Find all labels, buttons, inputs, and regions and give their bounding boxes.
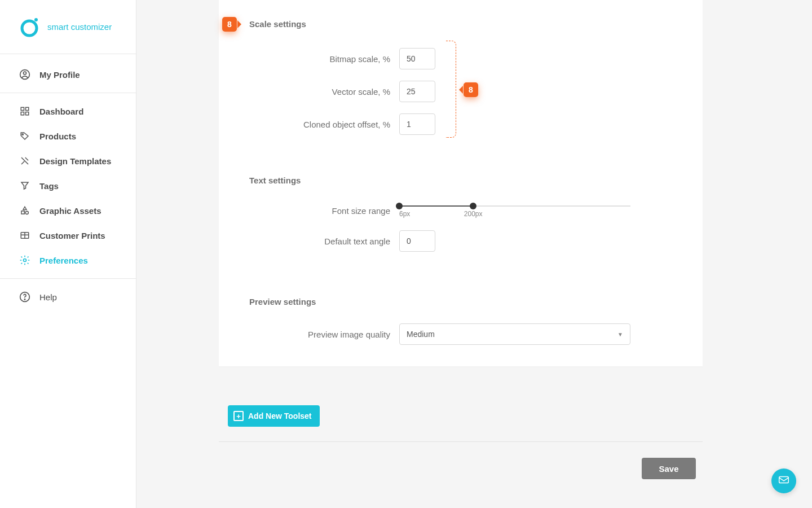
sidebar-item-my-profile[interactable]: My Profile xyxy=(0,62,136,87)
footer-divider xyxy=(219,441,703,442)
funnel-icon xyxy=(19,180,30,191)
section-title-text: Text settings xyxy=(219,176,703,185)
range-label-max: 200px xyxy=(464,210,483,218)
sidebar-item-label: Dashboard xyxy=(39,107,83,116)
support-chat-button[interactable] xyxy=(771,468,796,493)
sidebar-item-label: Help xyxy=(39,292,57,302)
svg-rect-15 xyxy=(779,477,789,483)
sidebar-item-preferences[interactable]: Preferences xyxy=(0,248,136,273)
annotation-bracket xyxy=(446,41,456,138)
main-content: Scale settings Bitmap scale, % Vector sc… xyxy=(136,0,812,508)
tag-icon xyxy=(19,130,30,142)
label-vector-scale: Vector scale, % xyxy=(219,87,399,97)
sidebar-divider xyxy=(0,278,136,279)
sidebar-item-label: Products xyxy=(39,132,76,141)
font-size-range-slider[interactable]: 6px 200px xyxy=(399,202,630,219)
range-handle-min[interactable] xyxy=(396,203,403,209)
range-label-min: 6px xyxy=(399,210,410,218)
select-preview-quality[interactable]: Medium ▼ xyxy=(399,323,630,345)
svg-point-8 xyxy=(22,134,23,135)
sidebar-divider xyxy=(0,93,136,93)
sidebar: smart customizer My Profile Dashboard xyxy=(0,0,136,508)
brand-logo-icon xyxy=(19,17,39,37)
svg-rect-7 xyxy=(26,112,29,115)
label-cloned-offset: Cloned object offset, % xyxy=(219,120,399,129)
svg-point-3 xyxy=(24,72,27,75)
sidebar-item-dashboard[interactable]: Dashboard xyxy=(0,99,136,124)
input-default-text-angle[interactable] xyxy=(399,230,435,252)
select-preview-quality-value: Medium xyxy=(407,330,435,339)
save-button[interactable]: Save xyxy=(642,458,696,479)
svg-rect-6 xyxy=(21,112,24,115)
sidebar-item-label: My Profile xyxy=(39,70,80,80)
chevron-down-icon: ▼ xyxy=(617,331,623,338)
sidebar-item-design-templates[interactable]: Design Templates xyxy=(0,148,136,173)
section-title-preview: Preview settings xyxy=(219,297,703,306)
range-handle-max[interactable] xyxy=(470,203,476,209)
annotation-callout-header: 8 xyxy=(222,17,237,32)
mail-icon xyxy=(778,474,790,488)
gear-icon xyxy=(19,255,30,266)
label-bitmap-scale: Bitmap scale, % xyxy=(219,54,399,64)
plus-square-icon: + xyxy=(233,411,244,421)
sidebar-item-label: Graphic Assets xyxy=(39,206,102,216)
svg-point-0 xyxy=(22,21,37,36)
svg-rect-9 xyxy=(21,211,24,214)
annotation-callout-inputs: 8 xyxy=(464,82,478,97)
label-preview-quality: Preview image quality xyxy=(219,330,399,339)
svg-point-12 xyxy=(24,259,27,262)
section-title-scale: Scale settings xyxy=(219,19,703,29)
dashboard-icon xyxy=(19,106,30,117)
svg-rect-4 xyxy=(21,107,24,110)
sidebar-item-label: Preferences xyxy=(39,256,88,265)
sidebar-item-customer-prints[interactable]: Customer Prints xyxy=(0,223,136,248)
brand-name: smart customizer xyxy=(47,22,112,32)
image-grid-icon xyxy=(19,230,30,241)
help-circle-icon xyxy=(19,291,30,303)
sidebar-item-products[interactable]: Products xyxy=(0,124,136,148)
sidebar-item-label: Design Templates xyxy=(39,156,111,166)
shapes-icon xyxy=(19,205,30,216)
design-tools-icon xyxy=(19,155,30,167)
svg-point-1 xyxy=(34,18,38,21)
label-font-size-range: Font size range xyxy=(219,206,399,216)
input-vector-scale[interactable] xyxy=(399,81,435,102)
svg-point-14 xyxy=(24,299,25,300)
sidebar-item-label: Customer Prints xyxy=(39,231,105,240)
brand-logo[interactable]: smart customizer xyxy=(0,0,136,54)
svg-point-10 xyxy=(25,211,28,214)
sidebar-item-label: Tags xyxy=(39,181,59,191)
user-circle-icon xyxy=(19,69,30,80)
label-default-text-angle: Default text angle xyxy=(219,237,399,246)
sidebar-item-graphic-assets[interactable]: Graphic Assets xyxy=(0,198,136,223)
add-toolset-label: Add New Toolset xyxy=(248,411,312,421)
settings-panel: Scale settings Bitmap scale, % Vector sc… xyxy=(219,0,703,366)
input-bitmap-scale[interactable] xyxy=(399,48,435,69)
add-new-toolset-button[interactable]: + Add New Toolset xyxy=(228,405,320,427)
sidebar-item-help[interactable]: Help xyxy=(0,284,136,309)
svg-rect-5 xyxy=(26,107,29,110)
sidebar-item-tags[interactable]: Tags xyxy=(0,173,136,198)
input-cloned-offset[interactable] xyxy=(399,113,435,135)
